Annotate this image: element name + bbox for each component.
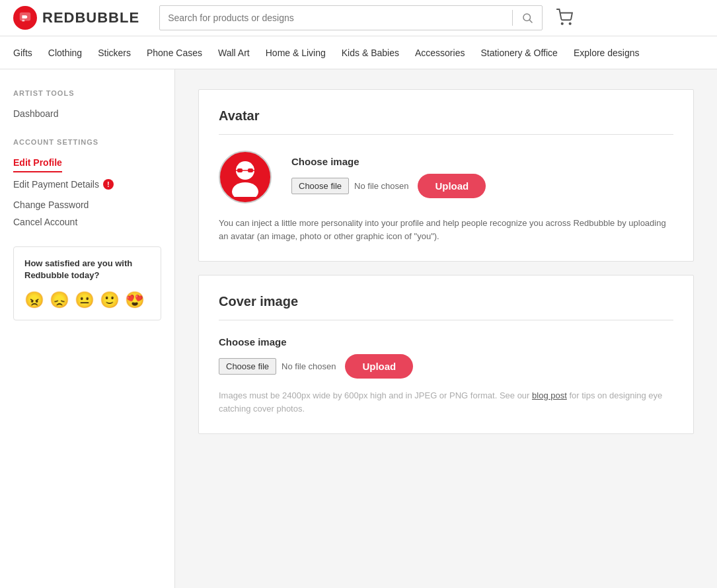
search-bar [159,5,543,30]
choose-image-label: Choose image [291,156,486,167]
sidebar-change-password[interactable]: Change Password [13,196,161,213]
logo[interactable]: REDBUBBLE [13,6,139,30]
nav-explore[interactable]: Explore designs [574,48,640,58]
avatar-divider [219,134,673,135]
emoji-neutral[interactable]: 😐 [75,291,94,309]
cover-no-file-text: No file chosen [282,361,336,371]
sidebar: ARTIST TOOLS Dashboard ACCOUNT SETTINGS … [0,69,175,588]
main-nav: Gifts Clothing Stickers Phone Cases Wall… [0,36,717,69]
emoji-angry[interactable]: 😠 [24,291,44,309]
artist-tools-section: ARTIST TOOLS Dashboard [13,89,161,122]
nav-accessories[interactable]: Accessories [415,48,465,58]
satisfaction-widget: How satisfied are you with Redbubble tod… [13,246,161,320]
sidebar-dashboard[interactable]: Dashboard [13,105,161,122]
svg-rect-1 [22,20,24,22]
account-settings-section: ACCOUNT SETTINGS Edit Profile Edit Payme… [13,138,161,231]
logo-icon [13,6,37,30]
svg-point-4 [562,22,563,24]
choose-file-button[interactable]: Choose file [291,178,349,194]
no-file-text: No file chosen [354,181,408,191]
cover-section: Cover image Choose image Choose file No … [198,275,694,434]
redbubble-icon [18,11,32,25]
svg-point-5 [570,22,571,24]
nav-gifts[interactable]: Gifts [13,48,32,58]
svg-point-2 [523,14,531,21]
emoji-love[interactable]: 😍 [125,291,145,309]
sidebar-cancel-account[interactable]: Cancel Account [13,213,161,231]
nav-kids-babies[interactable]: Kids & Babies [342,48,399,58]
file-input-wrapper: Choose file No file chosen [291,178,408,194]
nav-phone-cases[interactable]: Phone Cases [147,48,202,58]
avatar-default-icon [225,157,265,197]
cover-choose-label: Choose image [219,336,673,348]
cover-description: Images must be 2400px wide by 600px high… [219,389,673,415]
svg-rect-9 [248,168,253,172]
emoji-happy[interactable]: 🙂 [100,291,120,309]
svg-point-7 [232,182,258,197]
cover-upload-button[interactable]: Upload [345,354,413,379]
search-button[interactable] [513,5,542,30]
avatar-description: You can inject a little more personality… [219,217,673,242]
cover-divider [219,320,673,320]
artist-tools-title: ARTIST TOOLS [13,89,161,97]
search-input[interactable] [160,13,512,23]
cover-description-prefix: Images must be 2400px wide by 600px high… [219,390,532,400]
header: REDBUBBLE [0,0,717,36]
emoji-sad[interactable]: 😞 [50,291,69,309]
nav-home-living[interactable]: Home & Living [266,48,326,58]
avatar-image [219,151,272,203]
svg-line-3 [530,20,533,22]
sidebar-edit-payment[interactable]: Edit Payment Details [13,176,99,193]
payment-alert-icon: ! [103,179,114,190]
emoji-row: 😠 😞 😐 🙂 😍 [24,291,150,309]
nav-wall-art[interactable]: Wall Art [218,48,250,58]
satisfaction-title: How satisfied are you with Redbubble tod… [24,258,150,281]
account-settings-title: ACCOUNT SETTINGS [13,138,161,146]
avatar-upload-button[interactable]: Upload [418,174,486,198]
page-layout: ARTIST TOOLS Dashboard ACCOUNT SETTINGS … [0,69,717,588]
avatar-row: Choose image Choose file No file chosen … [219,151,673,203]
avatar-section: Avatar [198,89,694,262]
cover-file-row: Choose file No file chosen Upload [219,354,673,379]
cart-icon [556,9,573,26]
cover-title: Cover image [219,294,673,309]
search-icon [521,12,533,24]
file-input-row: Choose file No file chosen Upload [291,174,486,198]
cover-blog-link[interactable]: blog post [532,390,567,400]
main-content: Avatar [175,69,717,588]
cover-choose-file-button[interactable]: Choose file [219,358,276,375]
avatar-title: Avatar [219,108,673,124]
nav-clothing[interactable]: Clothing [48,48,82,58]
choose-image-block: Choose image Choose file No file chosen … [291,156,486,198]
logo-text: REDBUBBLE [42,9,139,26]
sidebar-edit-profile[interactable]: Edit Profile [13,154,62,172]
svg-rect-8 [237,168,243,172]
edit-payment-row: Edit Payment Details ! [13,172,161,196]
cart-button[interactable] [556,9,573,28]
nav-stationery[interactable]: Stationery & Office [480,48,557,58]
nav-stickers[interactable]: Stickers [98,48,131,58]
